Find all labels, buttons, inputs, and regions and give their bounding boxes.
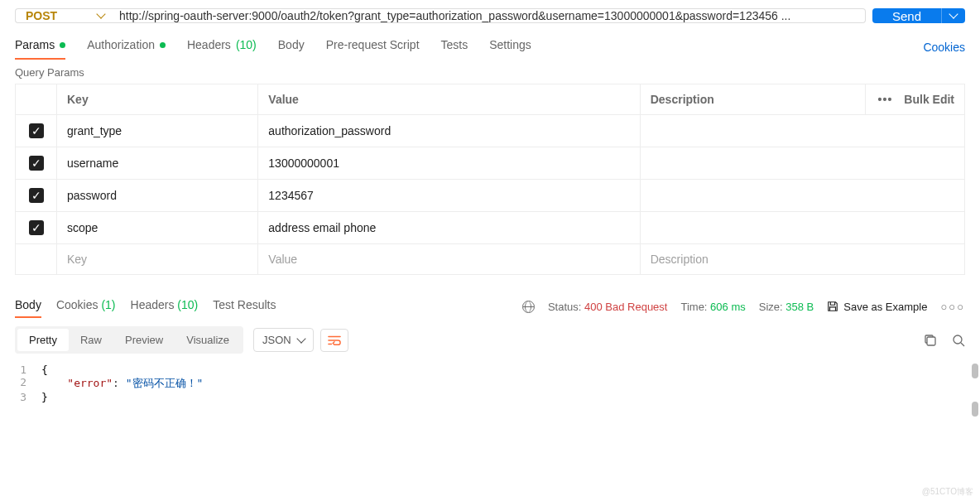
table-row: ✓ password 1234567 [16,180,965,212]
tab-prerequest[interactable]: Pre-request Script [326,35,420,60]
scrollbar-thumb[interactable] [972,402,978,417]
param-description[interactable] [640,115,964,147]
checkbox[interactable]: ✓ [29,188,44,203]
wrap-icon [328,335,341,346]
chevron-down-icon [296,334,305,343]
table-row: ✓ username 13000000001 [16,147,965,180]
param-value[interactable]: 13000000001 [258,147,640,180]
wrap-lines-button[interactable] [320,329,348,352]
view-pretty[interactable]: Pretty [17,329,69,351]
param-value[interactable]: authorization_password [258,115,640,147]
code-line: 2 "error": "密码不正确！" [8,376,972,391]
tab-label: Pre-request Script [326,38,420,51]
send-options-button[interactable] [941,8,965,23]
tab-label: Headers [131,298,175,311]
code-content: { [41,364,48,376]
tab-body[interactable]: Body [278,35,305,60]
param-value[interactable]: address email phone [258,212,640,244]
cookies-link[interactable]: Cookies [923,41,965,54]
scrollbar-thumb[interactable] [972,364,978,378]
param-key[interactable]: username [57,147,258,180]
tabs-right: Cookies [923,41,965,54]
http-method-select[interactable]: POST [15,8,114,23]
param-key-placeholder[interactable]: Key [57,244,258,275]
time: Time: 606 ms [680,301,745,313]
chevron-down-icon [949,9,958,18]
save-label: Save as Example [843,301,927,313]
svg-rect-0 [927,337,935,345]
param-description[interactable] [640,180,964,212]
table-row: ✓ scope address email phone [16,212,965,244]
col-value: Value [258,84,640,115]
bulk-edit-link[interactable]: Bulk Edit [904,93,954,106]
http-method-value: POST [26,9,57,22]
col-description: Description [640,84,865,115]
svg-point-1 [954,335,962,344]
globe-icon[interactable] [522,301,535,313]
size: Size: 358 B [759,301,814,313]
copy-icon[interactable] [924,334,937,347]
tab-settings[interactable]: Settings [489,35,531,60]
send-button[interactable]: Send [872,8,941,23]
format-value: JSON [262,334,291,346]
status-dot-icon [160,42,166,48]
tab-label: Cookies [56,298,98,311]
line-number: 1 [8,364,41,376]
time-value: 606 ms [710,301,746,313]
param-key[interactable]: grant_type [57,115,258,147]
resp-tab-testresults[interactable]: Test Results [213,295,276,318]
param-description[interactable] [640,147,964,180]
method-url-group: POST http://spring-oauth-server:9000/oau… [15,8,866,23]
chevron-down-icon [96,9,105,18]
status-dot-icon [60,42,65,48]
param-key[interactable]: password [57,180,258,212]
param-key[interactable]: scope [57,212,258,244]
save-as-example[interactable]: Save as Example [827,301,927,313]
tab-tests[interactable]: Tests [441,35,468,60]
checkbox[interactable]: ✓ [29,220,44,235]
view-right-tools [924,334,965,347]
size-value: 358 B [785,301,814,313]
param-value[interactable]: 1234567 [258,180,640,212]
tab-count: (1) [101,298,115,311]
code-content: } [41,391,48,403]
tab-label: Settings [489,38,531,51]
resp-tab-body[interactable]: Body [15,295,41,318]
resp-tab-headers[interactable]: Headers (10) [131,295,199,318]
view-visualize[interactable]: Visualize [175,329,241,351]
table-header-row: Key Value Description •••Bulk Edit [16,84,965,115]
more-icon[interactable]: ○○○ [940,301,965,313]
checkbox[interactable]: ✓ [29,156,44,171]
query-params-title: Query Params [0,60,980,84]
view-preview[interactable]: Preview [113,329,175,351]
code-line: 3} [8,391,972,403]
checkbox[interactable]: ✓ [29,123,44,138]
param-desc-placeholder[interactable]: Description [640,244,964,275]
tab-headers[interactable]: Headers (10) [187,35,257,60]
tab-label: Authorization [87,38,155,51]
request-tabs-left: Params Authorization Headers (10) Body P… [15,35,531,60]
request-row: POST http://spring-oauth-server:9000/oau… [0,0,980,35]
view-raw[interactable]: Raw [69,329,113,351]
view-tabs: Pretty Raw Preview Visualize [15,326,243,354]
view-tabs-row: Pretty Raw Preview Visualize JSON [0,318,980,360]
response-tabs: Body Cookies (1) Headers (10) Test Resul… [0,295,980,318]
tab-authorization[interactable]: Authorization [87,35,166,60]
svg-line-2 [961,343,964,346]
format-select[interactable]: JSON [253,328,314,352]
param-value-placeholder[interactable]: Value [258,244,640,275]
search-icon[interactable] [952,334,965,347]
param-description[interactable] [640,212,964,244]
tab-label: Body [278,38,305,51]
col-checkbox [16,84,57,115]
table-row-new[interactable]: KeyValueDescription [16,244,965,275]
url-input[interactable]: http://spring-oauth-server:9000/oauth2/t… [108,8,866,23]
response-body[interactable]: 1{2 "error": "密码不正确！"3} [0,360,980,420]
status: Status: 400 Bad Request [548,301,668,313]
response-area: Body Cookies (1) Headers (10) Test Resul… [0,295,980,420]
table-row: ✓ grant_type authorization_password [16,115,965,147]
tab-params[interactable]: Params [15,35,65,60]
resp-tab-cookies[interactable]: Cookies (1) [56,295,116,318]
more-icon[interactable]: ••• [878,93,893,106]
send-button-group: Send [872,8,965,23]
